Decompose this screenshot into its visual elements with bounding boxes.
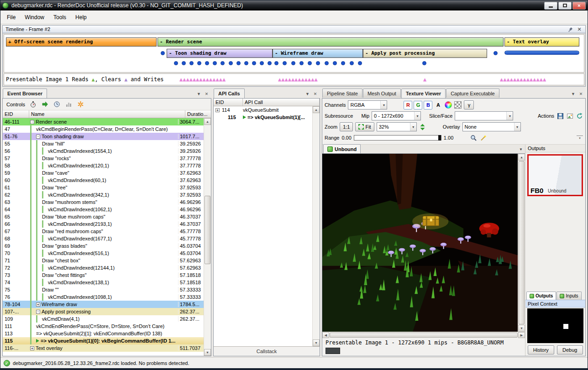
event-row-59[interactable]: 59Draw "cave"37.62963 <box>3 169 204 177</box>
scroll-down-icon[interactable]: ▼ <box>518 325 525 332</box>
draw-event-dot[interactable] <box>493 51 498 55</box>
texture-vertical-scrollbar[interactable]: ▲ ▼ <box>518 154 525 332</box>
write-markers[interactable]: ▲▲▲▲▲▲▲▲▲▲▲▲ <box>278 74 363 85</box>
minimize-button[interactable] <box>544 2 557 10</box>
event-row-72[interactable]: 72vkCmdDrawIndexed(12144,1)57.62963 <box>3 264 204 271</box>
stats-icon[interactable] <box>65 101 73 108</box>
timeline-bar-apply-post-processing[interactable]: - Apply post processing <box>363 49 487 58</box>
draw-event-dot[interactable] <box>341 61 345 65</box>
timeline-bar-text-overlay[interactable]: - Text overlay <box>504 37 579 47</box>
column-name[interactable]: Name <box>29 110 185 118</box>
event-row-113[interactable]: 113=> vkQueueSubmit(2)[1]: vkEndCommandB… <box>3 330 204 337</box>
event-row-76[interactable]: 76vkCmdDrawIndexed(1098,1)57.33333 <box>3 293 204 301</box>
mip-select[interactable]: 0 - 1272x690 ▾ <box>372 111 421 120</box>
column-eid[interactable]: EID <box>3 110 29 118</box>
event-row-67[interactable]: 67Draw "red mushroom caps"45.77778 <box>3 228 204 235</box>
event-row-61[interactable]: 61Draw "tree"37.92593 <box>3 184 204 191</box>
event-row-70[interactable]: 70vkCmdDrawIndexed(516,1)45.03704 <box>3 250 204 257</box>
autofit-wand-icon[interactable] <box>479 134 487 141</box>
channel-b-button[interactable]: B <box>424 101 432 109</box>
event-row-46-111[interactable]: 46-111-Render scene3064.7... <box>3 118 204 125</box>
scroll-left-icon[interactable]: ◀ <box>322 332 329 338</box>
event-row-107-...[interactable]: 107-...-Apply post processing262.37... <box>3 308 204 315</box>
event-row-64[interactable]: 64vkCmdDrawIndexed(1062,1)46.96296 <box>3 206 204 213</box>
clock-icon[interactable] <box>53 101 61 108</box>
draw-event-dot[interactable] <box>205 61 209 65</box>
draw-event-dot[interactable] <box>283 61 287 65</box>
timeline-bar-wireframe-draw[interactable]: - Wireframe draw <box>273 49 363 58</box>
draw-event-dot[interactable] <box>358 61 362 65</box>
event-row-51-76[interactable]: 51-76-Toon shading draw1017.7... <box>3 133 204 140</box>
draw-event-dot[interactable] <box>260 61 264 65</box>
flip-vertical-icon[interactable] <box>419 123 426 130</box>
panel-menu-icon[interactable]: ▼ <box>304 92 310 96</box>
close-panel-icon[interactable]: ✕ <box>576 26 583 32</box>
panel-menu-icon[interactable]: ▼ <box>196 92 202 96</box>
write-markers[interactable]: ▲▲▲▲▲▲▲▲▲▲▲▲▲▲ <box>179 74 273 85</box>
scroll-down-icon[interactable]: ▼ <box>313 339 320 346</box>
tree-expander[interactable]: - <box>30 120 34 124</box>
scroll-up-icon[interactable]: ▲ <box>204 118 211 125</box>
scrollbar-thumb[interactable] <box>330 333 518 338</box>
gamma-button[interactable]: γ <box>464 100 474 109</box>
tab-event-browser[interactable]: Event Browser <box>3 89 47 98</box>
event-row-115[interactable]: 115=> vkQueueSubmit(1)[0]: vkBeginComman… <box>3 337 204 344</box>
channels-select[interactable]: RGBA ▾ <box>348 100 387 109</box>
tree-expander[interactable]: + <box>36 302 40 307</box>
event-row-66[interactable]: 66vkCmdDrawIndexed(2193,1)46.37037 <box>3 220 204 228</box>
event-row-65[interactable]: 65Draw "blue mushroom caps"46.37037 <box>3 213 204 220</box>
menu-tools[interactable]: Tools <box>49 12 71 23</box>
overlay-select[interactable]: None ▾ <box>462 122 521 131</box>
event-row-47[interactable]: 47vkCmdBeginRenderPass(C=Clear, D=Clear,… <box>3 125 204 133</box>
draw-event-dot[interactable] <box>213 61 217 65</box>
open-image-icon[interactable] <box>566 112 573 120</box>
range-slider[interactable] <box>354 135 441 141</box>
draw-event-dot[interactable] <box>161 51 165 55</box>
texture-tab-dropdown-icon[interactable]: ▼ <box>517 147 525 153</box>
scroll-down-icon[interactable]: ▼ <box>204 349 211 356</box>
draw-event-dot[interactable] <box>182 61 186 65</box>
tab-mesh-output[interactable]: Mesh Output <box>363 89 401 98</box>
zoom-1to1-button[interactable]: 1:1 <box>340 122 353 131</box>
event-row-58[interactable]: 58vkCmdDrawIndexed(120,1)37.77778 <box>3 162 204 169</box>
draw-event-dot[interactable] <box>220 61 225 65</box>
draw-event-dot[interactable] <box>252 61 256 65</box>
tab-outputs[interactable]: Outputs <box>526 292 556 300</box>
event-row-71[interactable]: 71Draw "chest box"57.62963 <box>3 257 204 264</box>
timeline-bar-toon-shading-draw[interactable]: - Toon shading draw <box>167 49 273 58</box>
event-row-68[interactable]: 68vkCmdDrawIndexed(1677,1)45.77778 <box>3 235 204 242</box>
draw-event-dot[interactable] <box>229 61 233 65</box>
event-row-75[interactable]: 75Draw ""57.33333 <box>3 286 204 293</box>
scroll-right-icon[interactable]: ▶ <box>518 332 525 338</box>
api-row-114[interactable]: +114vkQueueSubmit <box>214 106 312 114</box>
draw-event-dot[interactable] <box>316 61 320 65</box>
texture-viewport[interactable] <box>322 154 518 332</box>
channel-g-button[interactable]: G <box>414 101 422 109</box>
scrollbar-thumb[interactable] <box>205 196 210 264</box>
tab-capture-executable[interactable]: Capture Executable <box>446 89 499 98</box>
toolbar-overflow-icon[interactable]: ▾ <box>577 135 583 140</box>
tab-texture-viewer[interactable]: Texture Viewer <box>401 89 446 98</box>
draw-event-dot[interactable] <box>308 61 312 65</box>
draw-event-dot[interactable] <box>325 61 329 65</box>
refresh-icon[interactable] <box>576 112 583 120</box>
column-eid[interactable]: EID <box>214 99 243 106</box>
tree-expander[interactable]: - <box>36 310 40 314</box>
timeline-bar-offscreen-scene-rendering[interactable]: + Off-screen scene rendering <box>6 37 157 47</box>
close-panel-icon[interactable]: ✕ <box>312 92 318 96</box>
event-row-55[interactable]: 55Draw "hill"39.25926 <box>3 140 204 147</box>
write-markers[interactable]: ▲ <box>423 74 430 85</box>
tree-expander[interactable]: + <box>30 346 34 350</box>
event-row-57[interactable]: 57Draw "rocks"37.77778 <box>3 155 204 162</box>
menu-help[interactable]: Help <box>71 12 91 23</box>
pixel-context-view[interactable] <box>527 308 583 343</box>
draw-event-dot[interactable] <box>236 61 241 65</box>
tab-inputs[interactable]: Inputs <box>556 292 581 300</box>
range-min-value[interactable]: 0.00 <box>341 135 351 141</box>
channel-a-button[interactable]: A <box>434 101 442 109</box>
channel-r-button[interactable]: R <box>404 101 412 109</box>
tree-expander[interactable]: + <box>215 108 220 112</box>
draw-event-dot[interactable] <box>189 61 194 65</box>
menu-window[interactable]: Window <box>20 12 49 23</box>
timeline-usage-row[interactable]: Presentable Image 1 Reads ▲, Clears ▲ an… <box>4 73 584 85</box>
